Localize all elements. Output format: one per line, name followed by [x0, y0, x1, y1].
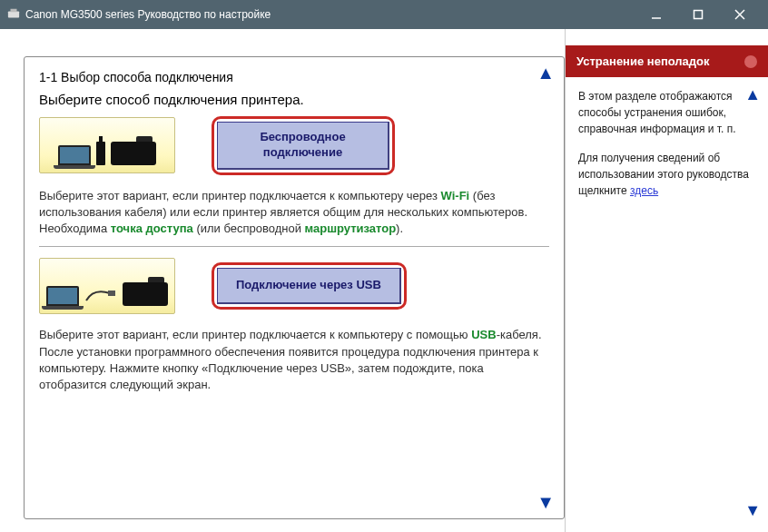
text: Выберите этот вариант, если принтер подк…	[39, 328, 471, 341]
wireless-button-highlight: Беспроводное подключение	[212, 116, 395, 175]
usb-term: USB	[471, 328, 496, 341]
sidebar-body: ▲ В этом разделе отображаются способы ус…	[566, 77, 768, 532]
scroll-down-icon[interactable]: ▼	[537, 492, 555, 513]
sidebar-header[interactable]: Устранение неполадок	[566, 45, 768, 77]
titlebar: Canon MG3500 series Руководство по настр…	[0, 0, 768, 29]
sidebar-text-1: В этом разделе отображаются способы устр…	[578, 88, 755, 137]
wireless-description: Выберите этот вариант, если принтер подк…	[39, 188, 549, 238]
svg-rect-6	[108, 291, 115, 296]
text: Выберите этот вариант, если принтер подк…	[39, 189, 441, 202]
usb-button-highlight: Подключение через USB	[212, 262, 407, 310]
svg-rect-1	[11, 8, 17, 12]
sidebar-scroll-up-icon[interactable]: ▲	[744, 83, 761, 107]
app-icon	[7, 7, 20, 23]
sidebar-text-2: Для получения сведений об использовании …	[578, 150, 755, 199]
usb-btn-label: Подключение через USB	[236, 278, 381, 291]
wifi-term: Wi-Fi	[441, 189, 470, 202]
section-title: 1-1 Выбор способа подключения	[39, 70, 549, 84]
usb-connection-button[interactable]: Подключение через USB	[217, 268, 401, 304]
title-text: Canon MG3500 series Руководство по настр…	[25, 8, 635, 21]
close-button[interactable]	[719, 0, 761, 29]
laptop-icon	[58, 145, 91, 165]
usb-illustration	[39, 258, 175, 314]
app-window: Canon MG3500 series Руководство по настр…	[0, 0, 768, 532]
sidebar-scroll-down-icon[interactable]: ▼	[744, 498, 761, 523]
content-area: ▲ 1-1 Выбор способа подключения Выберите…	[0, 29, 768, 532]
maximize-button[interactable]	[677, 0, 719, 29]
sidebar-title: Устранение неполадок	[576, 54, 710, 68]
sidebar-header-icon	[744, 55, 757, 68]
router-icon	[96, 142, 105, 165]
text: ).	[396, 222, 403, 235]
wireless-connection-button[interactable]: Беспроводное подключение	[217, 122, 389, 170]
minimize-button[interactable]	[635, 0, 677, 29]
main-content-box: ▲ 1-1 Выбор способа подключения Выберите…	[24, 56, 565, 519]
scroll-up-icon[interactable]: ▲	[537, 63, 555, 84]
text: (или беспроводной	[193, 222, 305, 235]
usb-option-row: Подключение через USB	[39, 258, 549, 314]
wireless-btn-line2: подключение	[263, 145, 342, 159]
wireless-option-row: Беспроводное подключение	[39, 116, 549, 175]
svg-rect-3	[694, 11, 703, 19]
usb-cable-icon	[84, 286, 117, 304]
divider	[39, 246, 549, 247]
svg-rect-0	[8, 11, 19, 17]
help-link[interactable]: здесь	[630, 184, 658, 197]
sidebar: Устранение неполадок ▲ В этом разделе от…	[565, 29, 768, 532]
usb-description: Выберите этот вариант, если принтер подк…	[39, 327, 549, 393]
printer-icon	[111, 142, 156, 165]
laptop-icon	[46, 286, 79, 306]
router-term: маршрутизатор	[305, 222, 397, 235]
wireless-illustration	[39, 117, 175, 173]
main-panel: ▲ 1-1 Выбор способа подключения Выберите…	[0, 29, 565, 532]
access-point-term: точка доступа	[111, 222, 193, 235]
wireless-btn-line1: Беспроводное	[260, 130, 345, 143]
printer-icon	[123, 282, 168, 306]
text: Для получения сведений об использовании …	[578, 152, 749, 197]
instruction-text: Выберите способ подключения принтера.	[39, 92, 549, 107]
window-controls	[635, 0, 761, 29]
